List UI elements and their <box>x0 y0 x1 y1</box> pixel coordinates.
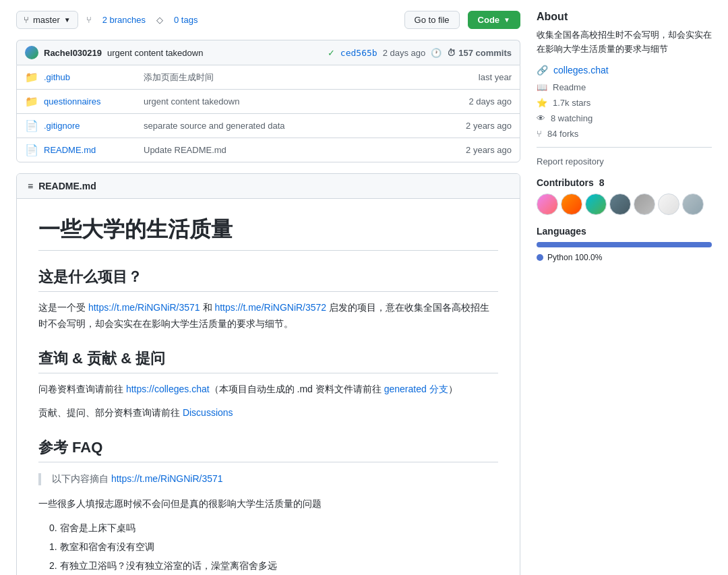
table-row: 📄 .gitignore separate source and generat… <box>17 114 520 138</box>
report-repository-link[interactable]: Report repository <box>537 156 604 167</box>
folder-icon: 📁 <box>25 95 38 108</box>
sidebar-divider <box>537 147 712 148</box>
file-commit: separate source and generated data <box>144 121 460 131</box>
contributors-section: Contributors 8 <box>537 177 712 215</box>
languages-title: Languages <box>537 226 712 237</box>
history-icon: ⏱ <box>447 48 456 58</box>
file-name[interactable]: questionnaires <box>44 96 138 107</box>
file-commit: 添加页面生成时间 <box>144 71 473 84</box>
contributor-avatar[interactable] <box>537 193 558 215</box>
faq-list: 0. 宿舍是上床下桌吗 1. 教室和宿舍有没有空调 2. 有独立卫浴吗？没有独立… <box>38 520 498 575</box>
contributors-title: Contributors 8 <box>537 177 712 188</box>
faq-blockquote: 以下内容摘自 https://t.me/RiNGNiR/3571 <box>38 473 498 485</box>
file-name[interactable]: .github <box>44 72 138 82</box>
languages-section: Languages Python 100.0% <box>537 226 712 262</box>
branches-link[interactable]: 2 branches <box>102 15 146 25</box>
readme-section3: 参考 FAQ <box>38 437 498 462</box>
commit-author[interactable]: Rachel030219 <box>44 48 102 58</box>
clock-icon: 🕐 <box>431 48 442 58</box>
readme-meta: 📖 Readme <box>537 82 712 92</box>
contributors-avatars <box>537 193 712 215</box>
goto-file-button[interactable]: Go to file <box>404 11 460 29</box>
python-dot <box>537 254 543 261</box>
stars-count[interactable]: 1.7k stars <box>553 98 590 108</box>
book-icon: 📖 <box>537 82 547 92</box>
branch-icon: ⑂ <box>24 15 29 25</box>
fork-icon: ⑂ <box>537 129 542 139</box>
readme-intro-p: 这是一个受 https://t.me/RiNGNiR/3571 和 https:… <box>38 300 498 332</box>
code-button[interactable]: Code ▼ <box>468 11 520 29</box>
contributor-avatar[interactable] <box>634 193 655 215</box>
readme-section: ≡ README.md 一些大学的生活质量 这是什么项目？ 这是一个受 http… <box>16 173 520 575</box>
readme-p2a: 问卷资料查询请前往 https://colleges.chat（本项目自动生成的… <box>38 382 498 398</box>
commit-sha[interactable]: ced565b <box>340 48 377 58</box>
readme-p2b: 贡献、提问、部分资料查询请前往 Discussions <box>38 405 498 421</box>
branch-icon-meta: ⑂ <box>86 15 92 25</box>
contributor-avatar[interactable] <box>658 193 679 215</box>
eye-icon: 👁 <box>537 113 545 123</box>
table-row: 📄 README.md Update README.md 2 years ago <box>17 138 520 162</box>
file-commit: urgent content takedown <box>144 96 463 107</box>
file-name[interactable]: README.md <box>44 145 138 155</box>
readme-section2: 查询 & 贡献 & 提问 <box>38 349 498 373</box>
website-link[interactable]: 🔗 colleges.chat <box>537 65 712 75</box>
file-commit: Update README.md <box>144 145 460 155</box>
commit-count[interactable]: ⏱ 157 commits <box>447 48 512 58</box>
branch-button[interactable]: ⑂ master ▼ <box>16 11 78 29</box>
watching-meta: 👁 8 watching <box>537 113 712 123</box>
forks-meta: ⑂ 84 forks <box>537 129 712 139</box>
language-item: Python 100.0% <box>537 253 712 262</box>
contributor-avatar[interactable] <box>561 193 582 215</box>
file-time: 2 years ago <box>466 145 512 155</box>
table-row: 📁 questionnaires urgent content takedown… <box>17 90 520 114</box>
language-bar <box>537 242 712 247</box>
file-time: 2 days ago <box>468 96 512 107</box>
contributor-avatar[interactable] <box>609 193 631 215</box>
telegram-link-2[interactable]: https://t.me/RiNGNiR/3572 <box>214 302 326 313</box>
tag-icon: ◇ <box>156 15 163 25</box>
code-label: Code <box>478 15 500 25</box>
contributors-count: 8 <box>599 177 605 188</box>
branch-label: master <box>33 15 60 25</box>
faq-ref-link[interactable]: https://t.me/RiNGNiR/3571 <box>111 473 223 484</box>
intro-and: 和 <box>200 302 215 313</box>
readme-header: ≡ README.md <box>17 174 520 199</box>
file-table: 📁 .github 添加页面生成时间 last year 📁 questionn… <box>16 65 520 162</box>
telegram-link-1[interactable]: https://t.me/RiNGNiR/3571 <box>88 302 200 313</box>
commit-time: 2 days ago <box>383 48 426 58</box>
generated-link[interactable]: generated <box>384 384 427 394</box>
file-time: 2 years ago <box>466 121 512 131</box>
list-item: 0. 宿舍是上床下桌吗 <box>49 520 498 537</box>
commit-message: urgent content takedown <box>107 48 322 58</box>
chevron-down-icon: ▼ <box>64 16 71 24</box>
list-item: 2. 有独立卫浴吗？没有独立浴室的话，澡堂离宿舍多远 <box>49 558 498 574</box>
sidebar: About 收集全国各高校招生时不会写明，却会实实在在影响大学生活质量的要求与细… <box>537 11 712 575</box>
colleges-chat-link[interactable]: https://colleges.chat <box>126 384 210 394</box>
list-item: 1. 教室和宿舍有没有空调 <box>49 539 498 555</box>
forks-count: 84 forks <box>547 129 578 139</box>
readme-filename: README.md <box>38 181 96 191</box>
star-icon: ⭐ <box>537 98 547 108</box>
readme-title: 一些大学的生活质量 <box>38 215 498 251</box>
link-icon: 🔗 <box>537 65 548 75</box>
intro-text-1: 这是一个受 <box>38 302 88 313</box>
about-section: About 收集全国各高校招生时不会写明，却会实实在在影响大学生活质量的要求与细… <box>537 11 712 167</box>
about-description: 收集全国各高校招生时不会写明，却会实实在在影响大学生活质量的要求与细节 <box>537 28 712 57</box>
faq-intro: 一些很多人填报志愿时候不会问但是真的很影响大学生活质量的问题 <box>38 496 498 512</box>
contributor-avatar[interactable] <box>585 193 607 215</box>
file-time: last year <box>479 72 512 82</box>
table-row: 📁 .github 添加页面生成时间 last year <box>17 65 520 90</box>
tags-link[interactable]: 0 tags <box>174 15 198 25</box>
readme-intro-heading: 这是什么项目？ <box>38 267 498 292</box>
file-name[interactable]: .gitignore <box>44 121 138 131</box>
python-label: Python 100.0% <box>547 253 602 262</box>
file-icon: 📄 <box>25 119 38 132</box>
branch-link[interactable]: 分支 <box>429 384 448 394</box>
readme-label: Readme <box>553 82 586 92</box>
avatar <box>25 46 38 59</box>
watching-count: 8 watching <box>551 113 593 123</box>
list-icon: ≡ <box>28 181 33 191</box>
contributor-avatar[interactable] <box>682 193 704 215</box>
discussions-link[interactable]: Discussions <box>183 407 233 418</box>
about-title: About <box>537 11 712 23</box>
